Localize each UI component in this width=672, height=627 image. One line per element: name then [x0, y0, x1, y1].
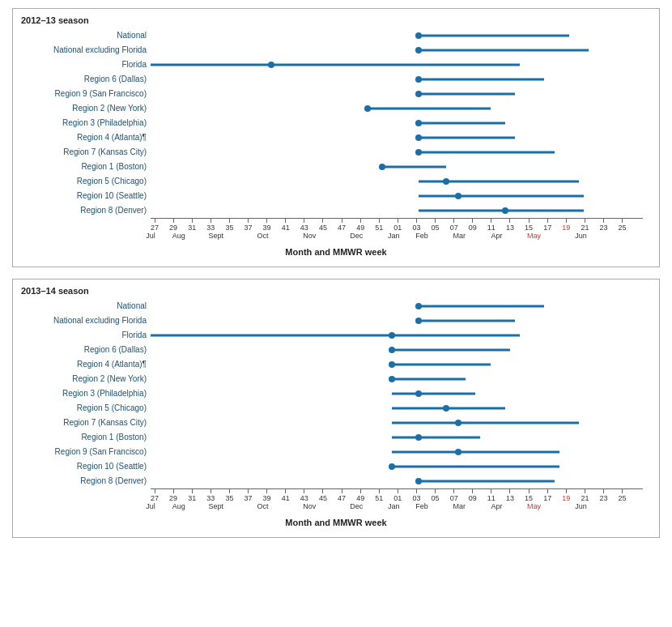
bar-area [151, 386, 643, 401]
row-label: Region 5 (Chicago) [17, 401, 147, 416]
bar [392, 451, 559, 454]
tick: 21 [581, 219, 589, 232]
chart-row: Region 6 (Dallas) [151, 72, 643, 87]
row-label: Region 5 (Chicago) [17, 174, 147, 189]
tick: 19 [562, 489, 570, 502]
chart1-container: 2012–13 season NationalNational excludin… [12, 8, 660, 267]
tick-line [585, 219, 585, 223]
bar [392, 466, 559, 468]
tick-line [379, 219, 380, 223]
tick-line [304, 489, 304, 493]
tick: 07 [450, 489, 458, 502]
tick-number: 49 [356, 224, 364, 232]
bar [419, 79, 544, 81]
bar-area [151, 28, 643, 43]
month-label: Jul [146, 502, 155, 510]
tick-line [155, 489, 155, 493]
bar-area [151, 430, 643, 445]
tick-line [547, 489, 548, 493]
tick: 25 [619, 489, 627, 502]
chart-row: Region 3 (Philadelphia) [151, 386, 643, 401]
tick-number: 41 [282, 494, 290, 502]
row-label: Region 4 (Atlanta)¶ [17, 357, 147, 372]
tick: 33 [206, 219, 215, 232]
tick: 41 [282, 489, 290, 502]
tick-line [266, 489, 267, 493]
tick-number: 43 [300, 494, 308, 502]
tick-number: 09 [469, 494, 477, 502]
tick-number: 21 [581, 224, 589, 232]
tick-number: 13 [506, 224, 514, 232]
tick: 47 [338, 489, 346, 502]
bar [392, 437, 480, 439]
tick: 45 [319, 489, 327, 502]
tick-line [342, 489, 342, 493]
tick-number: 31 [188, 224, 196, 232]
chart-row: Region 8 (Denver) [151, 474, 643, 488]
chart-row: Region 6 (Dallas) [151, 343, 643, 357]
dot [415, 390, 422, 397]
month-label: Jan [388, 502, 400, 510]
tick-line [398, 489, 398, 493]
chart-row: Region 10 (Seattle) [151, 459, 643, 474]
tick-number: 13 [506, 494, 514, 502]
tick: 51 [375, 489, 383, 502]
tick-line [453, 489, 454, 493]
bar [419, 151, 554, 154]
tick-line [360, 489, 361, 493]
tick-line [248, 219, 249, 223]
month-label: Feb [415, 232, 428, 240]
tick-number: 51 [375, 224, 383, 232]
tick-line [304, 219, 304, 223]
dot [379, 164, 385, 170]
bar-area [151, 87, 643, 101]
bar-area [151, 401, 643, 416]
tick-number: 31 [188, 494, 196, 502]
tick-number: 01 [393, 494, 402, 502]
tick-number: 49 [356, 494, 364, 502]
row-label: Region 9 (San Francisco) [17, 445, 147, 459]
tick-line [585, 489, 585, 493]
tick: 33 [206, 489, 215, 502]
bar-area [151, 343, 643, 357]
tick-line [529, 489, 530, 493]
chart-row: National excluding Florida [151, 43, 643, 58]
dot [415, 76, 422, 83]
row-label: Florida [17, 328, 147, 343]
tick-line [248, 489, 249, 493]
tick-line [155, 219, 155, 223]
row-label: Region 2 (New York) [17, 372, 147, 386]
bar-area [151, 72, 643, 87]
tick-line [322, 219, 323, 223]
tick: 35 [225, 219, 233, 232]
tick: 11 [487, 219, 495, 232]
chart-row: Florida [151, 328, 643, 343]
tick-number: 37 [245, 224, 253, 232]
dot [415, 91, 422, 97]
chart-row: Region 7 (Kansas City) [151, 416, 643, 430]
chart-row: National [151, 28, 643, 43]
month-label: Jun [575, 232, 587, 240]
tick-number: 29 [169, 224, 177, 232]
row-label: Region 10 (Seattle) [17, 189, 147, 203]
row-label: Region 6 (Dallas) [17, 343, 147, 357]
bar-area [151, 145, 643, 160]
tick: 29 [169, 489, 177, 502]
chart-row: Region 5 (Chicago) [151, 401, 643, 416]
tick-line [603, 219, 604, 223]
tick: 37 [245, 219, 253, 232]
chart-row: Region 5 (Chicago) [151, 174, 643, 189]
tick-line [491, 219, 491, 223]
tick-line [566, 219, 567, 223]
tick-line [322, 489, 323, 493]
tick-line [416, 219, 417, 223]
dot [415, 478, 422, 484]
bar-area [151, 474, 643, 488]
tick-number: 33 [206, 224, 215, 232]
chart-row: Region 9 (San Francisco) [151, 87, 643, 101]
tick-line [435, 219, 436, 223]
tick: 17 [543, 219, 551, 232]
bar-area [151, 328, 643, 343]
tick: 09 [469, 219, 477, 232]
chart1-caption: Month and MMWR week [21, 247, 651, 257]
